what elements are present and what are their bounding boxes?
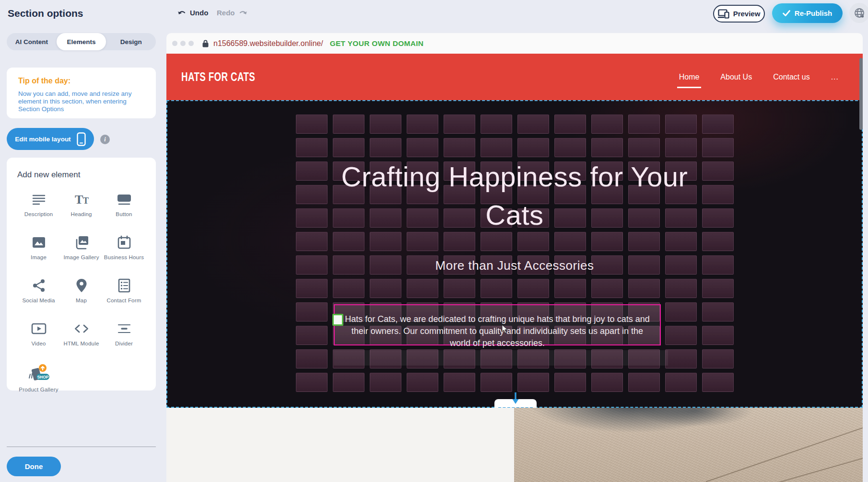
- element-label: Button: [116, 211, 132, 218]
- contact-form-icon: [116, 277, 132, 294]
- element-html-module[interactable]: HTML Module: [60, 321, 103, 353]
- element-label: Image: [31, 254, 47, 261]
- description-icon: [31, 191, 47, 207]
- element-label: Product Gallery: [19, 387, 58, 393]
- image-gallery-icon: [73, 234, 90, 251]
- republish-label: Re-Publish: [795, 9, 832, 17]
- element-label: Business Hours: [104, 254, 144, 261]
- element-label: Heading: [70, 211, 92, 218]
- code-icon: [73, 321, 90, 337]
- browser-bar: n1566589.websitebuilder.online/ GET YOUR…: [166, 33, 863, 54]
- info-icon[interactable]: i: [100, 135, 110, 144]
- sidebar-divider: [7, 447, 156, 447]
- redo-icon: [238, 10, 247, 16]
- element-divider[interactable]: Divider: [103, 321, 145, 353]
- product-gallery-icon: SHOP: [28, 364, 50, 383]
- element-video[interactable]: Video: [17, 321, 60, 353]
- hero-description[interactable]: Hats for Cats, we are dedicated to craft…: [344, 313, 650, 349]
- mouse-cursor-icon: [502, 324, 508, 334]
- element-map[interactable]: Map: [60, 277, 103, 310]
- element-image-gallery[interactable]: Image Gallery: [60, 234, 103, 267]
- map-pin-icon: [73, 277, 90, 294]
- element-social-media[interactable]: Social Media: [17, 277, 60, 310]
- globe-icon: [854, 7, 865, 19]
- pavement-joint-line: [705, 425, 863, 482]
- preview-label: Preview: [733, 10, 761, 18]
- redo-label: Redo: [217, 9, 235, 17]
- edit-mobile-layout-button[interactable]: Edit mobile layout: [7, 128, 94, 150]
- element-grid: Description T T Heading Button Image: [17, 191, 145, 396]
- next-section[interactable]: [166, 408, 863, 482]
- undo-button[interactable]: Undo: [177, 9, 208, 17]
- hover-highlight-strip: [334, 350, 668, 366]
- element-label: Social Media: [22, 298, 55, 304]
- arrow-down-icon: [512, 392, 519, 405]
- tab-ai-content[interactable]: AI Content: [7, 33, 57, 50]
- done-button[interactable]: Done: [7, 457, 61, 476]
- element-label: Description: [24, 211, 53, 218]
- svg-text:T: T: [83, 196, 89, 206]
- get-domain-link[interactable]: GET YOUR OWN DOMAIN: [330, 39, 424, 48]
- tab-design[interactable]: Design: [106, 33, 156, 50]
- element-business-hours[interactable]: Business Hours: [103, 234, 145, 267]
- element-product-gallery[interactable]: SHOP Product Gallery: [17, 364, 60, 396]
- window-dots: [172, 41, 194, 46]
- redo-button[interactable]: Redo: [217, 9, 247, 17]
- hero-heading[interactable]: Crafting Happiness for Your Cats: [328, 158, 702, 234]
- language-globe-button[interactable]: [849, 3, 868, 23]
- tip-body: Now you can add, move and resize any ele…: [18, 90, 144, 113]
- business-hours-icon: [116, 234, 132, 251]
- element-label: Video: [31, 341, 46, 347]
- button-icon: [116, 191, 132, 207]
- element-contact-form[interactable]: Contact Form: [103, 277, 145, 310]
- element-button[interactable]: Button: [103, 191, 145, 224]
- pavement-joint-line: [777, 456, 863, 482]
- devices-icon: [718, 9, 729, 18]
- nav-about-us[interactable]: About Us: [720, 70, 752, 84]
- page-title: Section options: [8, 8, 83, 19]
- undo-label: Undo: [190, 9, 208, 17]
- element-label: Map: [76, 298, 87, 304]
- undo-icon: [177, 10, 187, 16]
- site-header[interactable]: HATS FOR CATS Home About Us Contact us .…: [166, 54, 863, 100]
- social-media-icon: [31, 277, 47, 294]
- element-label: Contact Form: [106, 298, 141, 304]
- preview-button[interactable]: Preview: [713, 5, 765, 23]
- video-icon: [31, 321, 47, 337]
- element-heading[interactable]: T T Heading: [60, 191, 103, 224]
- republish-button[interactable]: Re-Publish: [772, 3, 843, 23]
- svg-text:T: T: [75, 193, 83, 207]
- add-element-panel: Add new element Description T T Heading …: [7, 158, 156, 390]
- nav-more-button[interactable]: ...: [831, 73, 839, 81]
- nav-home[interactable]: Home: [679, 70, 700, 84]
- image-icon: [31, 234, 47, 251]
- site-canvas: n1566589.websitebuilder.online/ GET YOUR…: [166, 33, 863, 482]
- pavement-image: [514, 408, 863, 482]
- phone-icon: [77, 132, 86, 146]
- canvas-scrollbar[interactable]: [859, 58, 863, 130]
- tip-heading: Tip of the day:: [18, 77, 144, 85]
- description-element-selected[interactable]: Hats for Cats, we are dedicated to craft…: [334, 304, 661, 345]
- element-image[interactable]: Image: [17, 234, 60, 267]
- element-description[interactable]: Description: [17, 191, 60, 224]
- element-label: HTML Module: [64, 341, 99, 347]
- site-logo[interactable]: HATS FOR CATS: [181, 70, 255, 84]
- hero-subheading[interactable]: More than Just Accessories: [167, 258, 862, 273]
- edit-mobile-label: Edit mobile layout: [15, 136, 70, 143]
- nav-contact-us[interactable]: Contact us: [773, 70, 809, 84]
- panel-tabbar: AI Content Elements Design: [7, 33, 156, 50]
- heading-icon: T T: [73, 191, 90, 207]
- divider-icon: [116, 321, 132, 337]
- hero-section-selected[interactable]: Crafting Happiness for Your Cats More th…: [166, 100, 863, 408]
- site-url[interactable]: n1566589.websitebuilder.online/: [213, 39, 323, 48]
- tab-elements[interactable]: Elements: [57, 33, 106, 50]
- add-element-title: Add new element: [17, 170, 145, 180]
- element-label: Divider: [115, 341, 133, 347]
- lock-icon: [202, 40, 209, 47]
- site-nav: Home About Us Contact us ...: [679, 70, 839, 84]
- shop-badge: SHOP: [37, 375, 48, 379]
- tip-of-the-day-card: Tip of the day: Now you can add, move an…: [7, 68, 156, 118]
- element-label: Image Gallery: [63, 254, 99, 261]
- element-drag-handle[interactable]: [332, 314, 343, 326]
- check-icon: [783, 10, 790, 16]
